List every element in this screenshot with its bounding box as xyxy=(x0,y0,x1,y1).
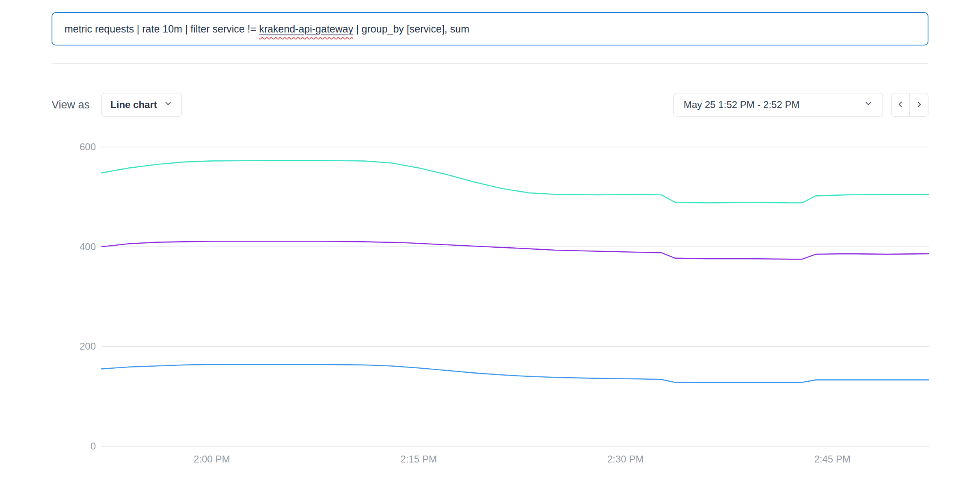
time-controls: May 25 1:52 PM - 2:52 PM xyxy=(673,93,928,117)
chart-type-label: Line chart xyxy=(110,99,157,110)
y-tick-label: 400 xyxy=(80,241,96,252)
query-text-suffix: | group_by [service], sum xyxy=(353,23,469,35)
query-text-highlighted: krakend-api-gateway xyxy=(259,23,353,35)
view-as-label: View as xyxy=(52,99,90,111)
chart-series-series-1 xyxy=(101,160,929,203)
time-range-dropdown[interactable]: May 25 1:52 PM - 2:52 PM xyxy=(673,93,883,117)
x-tick-label: 2:15 PM xyxy=(401,454,437,465)
chevron-right-icon xyxy=(915,100,924,110)
x-tick-label: 2:00 PM xyxy=(194,454,230,465)
y-tick-label: 200 xyxy=(80,341,96,352)
next-time-button[interactable] xyxy=(910,93,928,116)
x-tick-label: 2:30 PM xyxy=(607,454,643,465)
query-text-misspelled: krakend-api-gateway xyxy=(259,23,353,35)
chevron-left-icon xyxy=(896,100,905,110)
query-text-prefix: metric requests | rate 10m | filter serv… xyxy=(65,23,259,35)
y-tick-label: 600 xyxy=(80,142,96,152)
chart-type-dropdown[interactable]: Line chart xyxy=(101,93,182,117)
prev-time-button[interactable] xyxy=(891,93,910,116)
page: metric requests | rate 10m | filter serv… xyxy=(0,0,980,467)
chart-canvas: 02004006002:00 PM2:15 PM2:30 PM2:45 PM xyxy=(52,142,929,467)
chevron-down-icon xyxy=(164,99,173,110)
query-input[interactable]: metric requests | rate 10m | filter serv… xyxy=(52,12,928,45)
divider xyxy=(52,63,928,64)
chart-series-series-3 xyxy=(101,365,929,382)
time-nav-group xyxy=(891,93,928,117)
controls-row: View as Line chart May 25 1:52 PM - 2:52… xyxy=(52,93,928,117)
chart-series-series-2 xyxy=(101,241,929,259)
line-chart: 02004006002:00 PM2:15 PM2:30 PM2:45 PM xyxy=(52,142,928,467)
chevron-down-icon xyxy=(864,99,873,110)
x-tick-label: 2:45 PM xyxy=(814,454,850,465)
time-range-label: May 25 1:52 PM - 2:52 PM xyxy=(684,99,799,110)
y-tick-label: 0 xyxy=(91,441,96,452)
